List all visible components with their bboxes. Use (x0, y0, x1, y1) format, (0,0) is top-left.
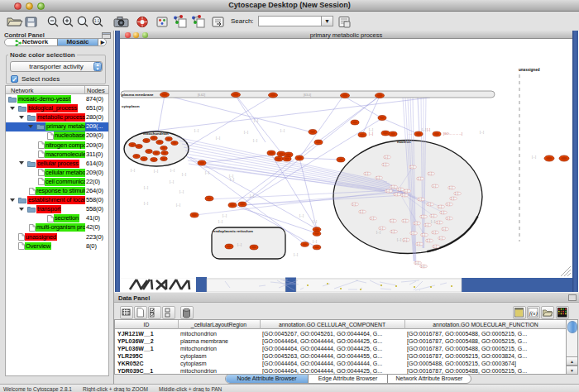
svg-text:[...]: [...] (313, 240, 317, 243)
svg-text:[...]: [...] (365, 172, 368, 175)
svg-text:[...]: [...] (299, 214, 304, 218)
svg-text:[6-62]: [6-62] (198, 93, 205, 97)
svg-text:[...]: [...] (360, 210, 363, 213)
svg-text:[...]: [...] (131, 169, 135, 172)
svg-text:[...]: [...] (294, 253, 298, 256)
svg-text:[...]: [...] (218, 220, 223, 223)
svg-text:[...]: [...] (410, 165, 414, 169)
svg-text:endoplasmic reticulum: endoplasmic reticulum (213, 229, 253, 233)
svg-text:. ..: . .. (409, 132, 412, 136)
svg-text:[...]: [...] (216, 136, 220, 140)
svg-text:[...]: [...] (404, 238, 407, 241)
svg-text:[...]: [...] (427, 239, 430, 242)
svg-text:[...]: [...] (411, 232, 414, 235)
svg-text:[...]: [...] (383, 163, 386, 166)
svg-text:[...]: [...] (451, 197, 454, 200)
svg-text:[...]: [...] (313, 220, 317, 223)
svg-text:[...]: [...] (391, 230, 395, 233)
svg-text:[...]: [...] (449, 186, 452, 189)
svg-text:[...]: [...] (205, 171, 209, 174)
svg-text:f(x): f(x) (529, 310, 538, 317)
svg-text:[...]: [...] (421, 215, 424, 218)
svg-text:[...]: [...] (385, 155, 388, 159)
svg-text:[...]: [...] (398, 188, 401, 191)
svg-text:unassigned: unassigned (519, 68, 540, 72)
svg-text:[...]: [...] (422, 233, 425, 237)
svg-text:[...]: [...] (154, 170, 158, 173)
svg-text:[...]: [...] (369, 132, 373, 136)
svg-text:nucleus: nucleus (397, 140, 411, 144)
svg-text:[...]: [...] (223, 214, 227, 218)
svg-text:[...]: [...] (428, 203, 431, 206)
svg-text:[...]: [...] (380, 227, 383, 230)
svg-text:[...]: [...] (369, 128, 373, 131)
svg-text:[...]: [...] (422, 128, 426, 131)
svg-text:[...]: [...] (376, 231, 380, 234)
svg-text:[...]: [...] (431, 214, 434, 218)
svg-text:[...]: [...] (425, 223, 428, 227)
svg-text:[...]: [...] (144, 186, 148, 189)
svg-text:[...]: [...] (437, 221, 440, 224)
svg-text:[...]: [...] (421, 265, 424, 268)
svg-text:[...]: [...] (170, 180, 174, 184)
svg-text:[...]: [...] (417, 242, 420, 246)
svg-text:[...]: [...] (182, 173, 186, 176)
svg-text:[...]: [...] (176, 203, 180, 207)
svg-text:[...]: [...] (433, 184, 436, 188)
svg-text:[...]: [...] (433, 245, 437, 248)
svg-text:mitochondrion: mitochondrion (143, 131, 169, 136)
svg-text:[...]: [...] (403, 219, 406, 222)
svg-text:[...]: [...] (428, 172, 432, 175)
svg-text:[...]: [...] (179, 190, 184, 194)
svg-text:[...]: [...] (447, 217, 450, 220)
svg-text:[...]: [...] (170, 169, 175, 172)
svg-text:[...]: [...] (280, 129, 285, 132)
svg-text:[...]: [...] (480, 131, 484, 134)
svg-text:[..]: [..] (427, 128, 430, 131)
svg-text:[...]: [...] (253, 139, 257, 142)
svg-text:[...]: [...] (395, 193, 398, 196)
svg-text:[...]: [...] (419, 198, 422, 201)
svg-text:1:1: 1:1 (94, 19, 100, 23)
svg-text:[...]: [...] (352, 203, 356, 206)
svg-text:[...]: [...] (431, 220, 435, 223)
svg-text:[...]: [...] (194, 129, 199, 132)
svg-text:[GO:... ... ... ...]: [GO:... ... ... ...] (443, 132, 462, 136)
svg-text:[...]: [...] (418, 177, 421, 180)
svg-text:[...]: [...] (391, 185, 395, 189)
svg-text:[...]: [...] (386, 189, 390, 193)
svg-text:[63-0]: [63-0] (304, 93, 311, 97)
svg-text:[...]: [...] (532, 155, 536, 159)
svg-text:[...]: [...] (244, 131, 248, 134)
svg-text:[...]: [...] (447, 203, 450, 206)
svg-text:[...]: [...] (371, 217, 374, 220)
svg-text:[...]: [...] (415, 261, 419, 265)
svg-text:plasma membrane: plasma membrane (122, 93, 154, 97)
svg-text:[...]: [...] (376, 176, 380, 179)
svg-text:[...]: [...] (438, 205, 442, 208)
svg-text:[...]: [...] (237, 243, 242, 246)
svg-text:[...]: [...] (390, 219, 394, 222)
svg-text:[...]: [...] (230, 178, 234, 181)
svg-text:[...]: [...] (414, 222, 418, 225)
svg-text:[...]: [...] (404, 189, 408, 193)
svg-text:[...]: [...] (439, 237, 443, 240)
svg-text:[...]: [...] (402, 194, 405, 197)
svg-text:cytoplasm: cytoplasm (122, 104, 140, 108)
svg-text:[...]: [...] (250, 194, 254, 198)
svg-text:[...]: [...] (397, 238, 401, 241)
svg-text:[...]: [...] (441, 211, 444, 214)
svg-text:[...]: [...] (443, 227, 446, 231)
svg-text:[...]: [...] (433, 231, 436, 234)
svg-text:[...]: [...] (254, 119, 258, 122)
svg-text:[...]: [...] (144, 202, 148, 205)
svg-text:[...]: [...] (455, 192, 458, 195)
